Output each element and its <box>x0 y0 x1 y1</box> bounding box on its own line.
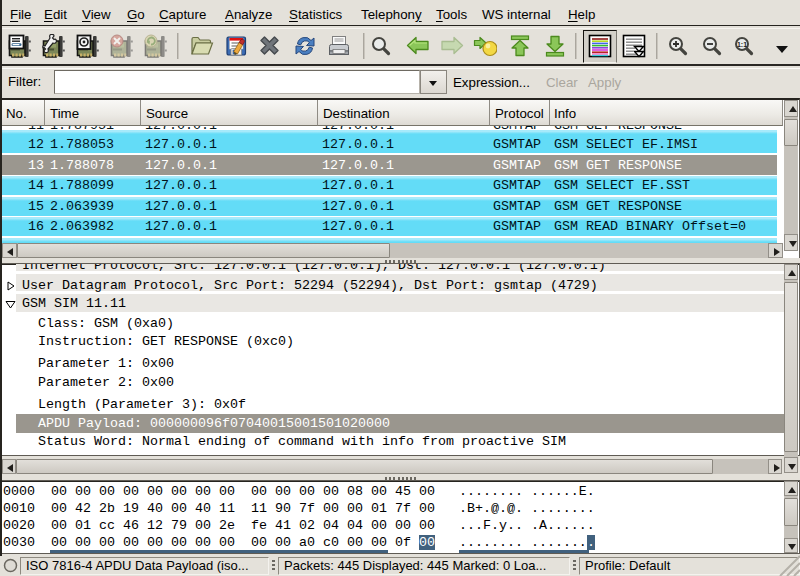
svg-text:1:1: 1:1 <box>737 41 747 48</box>
